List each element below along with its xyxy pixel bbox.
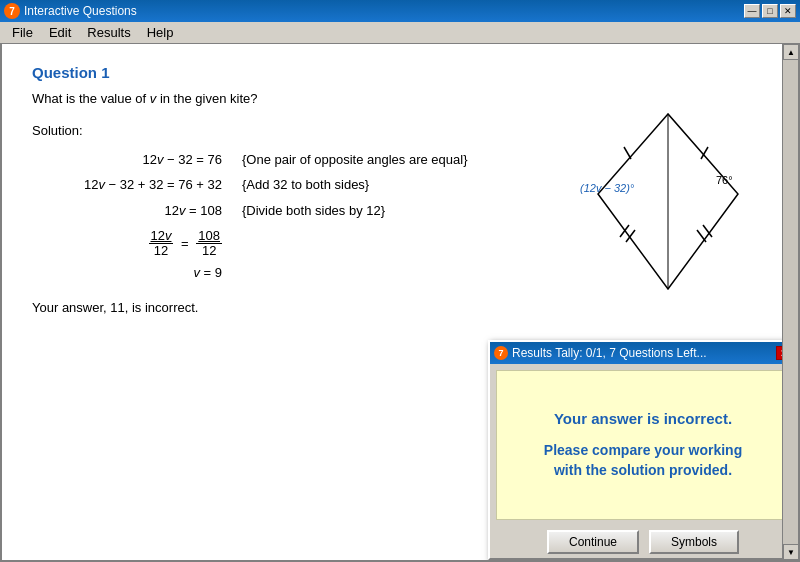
results-dialog: 7 Results Tally: 0/1, 7 Questions Left..… bbox=[488, 340, 798, 560]
step-eq-1: 12v − 32 = 76 bbox=[42, 148, 222, 171]
menu-results[interactable]: Results bbox=[79, 23, 138, 42]
app-icon: 7 bbox=[4, 3, 20, 19]
symbols-button[interactable]: Symbols bbox=[649, 530, 739, 554]
scroll-up-button[interactable]: ▲ bbox=[783, 44, 799, 60]
title-bar-title: Interactive Questions bbox=[24, 4, 137, 18]
svg-line-6 bbox=[697, 230, 706, 242]
svg-text:76°: 76° bbox=[716, 174, 733, 186]
lhs-fraction: 12v 12 bbox=[149, 229, 174, 259]
svg-text:(12v − 32)°: (12v − 32)° bbox=[580, 182, 635, 194]
continue-button[interactable]: Continue bbox=[547, 530, 639, 554]
menu-file[interactable]: File bbox=[4, 23, 41, 42]
results-incorrect-text: Your answer is incorrect. bbox=[554, 410, 732, 427]
content-area: Question 1 What is the value of v in the… bbox=[2, 44, 798, 335]
scroll-down-button[interactable]: ▼ bbox=[783, 544, 799, 560]
scrollbar[interactable]: ▲ ▼ bbox=[782, 44, 798, 560]
maximize-button[interactable]: □ bbox=[762, 4, 778, 18]
results-compare-text: Please compare your workingwith the solu… bbox=[544, 441, 742, 480]
step-eq-final: v = 9 bbox=[42, 261, 222, 284]
kite-diagram: (12v − 32)° 76° bbox=[578, 104, 758, 304]
menu-bar: File Edit Results Help bbox=[0, 22, 800, 44]
step-eq-2: 12v − 32 + 32 = 76 + 32 bbox=[42, 173, 222, 196]
step-comment-2: {Add 32 to both sides} bbox=[242, 173, 369, 196]
close-button[interactable]: ✕ bbox=[780, 4, 796, 18]
minimize-button[interactable]: — bbox=[744, 4, 760, 18]
title-bar-buttons[interactable]: — □ ✕ bbox=[744, 4, 796, 18]
menu-edit[interactable]: Edit bbox=[41, 23, 79, 42]
step-comment-1: {One pair of opposite angles are equal} bbox=[242, 148, 468, 171]
step-eq-3: 12v = 108 bbox=[42, 199, 222, 222]
title-bar-left: 7 Interactive Questions bbox=[4, 3, 137, 19]
fraction-display: 12v 12 = 108 12 bbox=[149, 229, 223, 259]
fraction-eq: 12v 12 = 108 12 bbox=[42, 224, 222, 259]
rhs-fraction: 108 12 bbox=[196, 229, 222, 259]
results-title-text: Results Tally: 0/1, 7 Questions Left... bbox=[512, 346, 707, 360]
results-title-bar: 7 Results Tally: 0/1, 7 Questions Left..… bbox=[490, 342, 796, 364]
question-title: Question 1 bbox=[32, 64, 768, 81]
results-content: Your answer is incorrect. Please compare… bbox=[496, 370, 790, 520]
main-window: Question 1 What is the value of v in the… bbox=[0, 44, 800, 562]
svg-line-2 bbox=[624, 147, 631, 159]
results-app-icon: 7 bbox=[494, 346, 508, 360]
step-comment-3: {Divide both sides by 12} bbox=[242, 199, 385, 222]
title-bar: 7 Interactive Questions — □ ✕ bbox=[0, 0, 800, 22]
results-title-left: 7 Results Tally: 0/1, 7 Questions Left..… bbox=[494, 346, 707, 360]
svg-line-4 bbox=[626, 230, 635, 242]
scroll-track[interactable] bbox=[783, 60, 798, 544]
results-buttons: Continue Symbols bbox=[490, 526, 796, 558]
menu-help[interactable]: Help bbox=[139, 23, 182, 42]
